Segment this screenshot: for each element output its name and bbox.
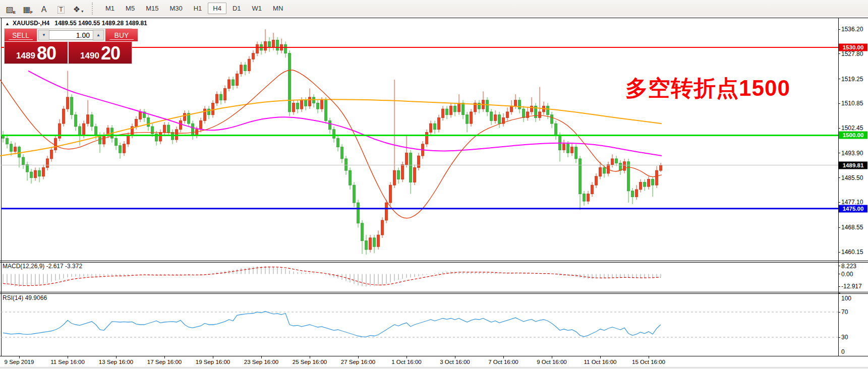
axis-tick <box>838 252 840 253</box>
time-label: 9 Sep 2019 <box>5 359 34 365</box>
price-axis-label: 1502.45 <box>841 125 863 132</box>
price-axis-label: 1460.15 <box>841 249 863 256</box>
time-tick <box>649 356 649 358</box>
buy-price-box[interactable]: 1490 20 <box>69 42 132 64</box>
time-tick <box>164 356 165 358</box>
symbol-label: XAUUSD-,H4 <box>13 20 49 27</box>
axis-tick <box>838 227 840 228</box>
time-label: 19 Sep 16:00 <box>196 359 230 365</box>
time-label: 3 Oct 16:00 <box>440 359 470 365</box>
axis-tick <box>838 128 840 129</box>
collapse-arrow-icon[interactable]: ▲ <box>5 21 10 26</box>
volume-decrease-button[interactable]: ▼ <box>38 30 49 40</box>
rsi-panel[interactable] <box>1 294 838 356</box>
time-label: 7 Oct 16:00 <box>488 359 518 365</box>
time-tick <box>600 356 601 358</box>
time-tick <box>455 356 455 358</box>
price-axis-label: 1485.50 <box>841 174 863 181</box>
one-click-trade-panel: SELL ▼ ▲ BUY 1489 80 1490 20 <box>4 28 132 64</box>
time-tick <box>68 356 68 358</box>
volume-input[interactable] <box>49 30 93 40</box>
price-axis-label: 1493.90 <box>841 150 863 157</box>
macd-scale-label: -12.917 <box>841 283 862 290</box>
time-tick <box>116 356 117 358</box>
axis-tick <box>838 266 840 266</box>
time-tick <box>213 356 213 358</box>
price-badge-1500-00: 1500.00 <box>839 132 867 139</box>
price-badge-1530-00: 1530.00 <box>839 44 867 51</box>
time-label: 23 Sep 16:00 <box>244 359 278 365</box>
time-label: 17 Sep 16:00 <box>147 359 182 365</box>
axis-tick <box>838 337 840 338</box>
price-axis[interactable] <box>839 18 868 356</box>
axis-tick <box>838 274 840 274</box>
buy-price-pips: 20 <box>101 45 120 62</box>
time-tick <box>310 356 310 358</box>
axis-tick <box>838 153 840 153</box>
time-tick <box>552 356 552 358</box>
price-axis-label: 1510.85 <box>841 100 863 107</box>
axis-tick <box>838 29 840 30</box>
price-badge-1489-81: 1489.81 <box>839 161 867 169</box>
axis-tick <box>838 53 840 54</box>
sell-price-pips: 80 <box>37 45 56 62</box>
ohlc-quote-label: 1489.55 1490.55 1489.28 1489.81 <box>54 20 147 27</box>
time-label: 15 Oct 16:00 <box>632 359 665 365</box>
chart-annotation-text: 多空转折点1500 <box>625 74 790 103</box>
rsi-scale-label: 0 <box>841 348 845 355</box>
price-axis-label: 1536.20 <box>841 26 863 33</box>
macd-scale-label: 8.223 <box>841 263 856 270</box>
rsi-scale-label: 70 <box>841 309 848 316</box>
sell-price-main: 1489 <box>16 50 35 62</box>
rsi-scale-label: 100 <box>841 295 851 302</box>
axis-tick <box>838 356 840 356</box>
axis-tick <box>838 103 840 104</box>
macd-scale-label: 0.00 <box>841 271 853 278</box>
rsi-scale-label: 30 <box>841 334 848 341</box>
volume-increase-button[interactable]: ▲ <box>93 30 104 40</box>
time-label: 1 Oct 16:00 <box>391 359 421 365</box>
macd-label: MACD(12,26,9) -2.617 -3.372 <box>3 263 82 270</box>
time-tick <box>358 356 359 358</box>
price-axis-label: 1527.80 <box>841 50 863 57</box>
time-label: 13 Sep 16:00 <box>99 359 133 365</box>
time-label: 11 Sep 16:00 <box>50 359 85 365</box>
axis-tick <box>838 202 840 203</box>
time-label: 25 Sep 16:00 <box>293 359 327 365</box>
sell-price-box[interactable]: 1489 80 <box>5 42 68 64</box>
time-label: 27 Sep 16:00 <box>341 359 375 365</box>
buy-button[interactable]: BUY <box>105 29 138 41</box>
axis-tick <box>838 293 840 293</box>
axis-tick <box>838 177 840 178</box>
time-label: 9 Oct 16:00 <box>537 359 566 365</box>
price-badge-1475-00: 1475.00 <box>839 205 867 212</box>
time-tick <box>19 356 20 358</box>
time-label: 11 Oct 16:00 <box>584 359 617 365</box>
chart-header: ▲XAUUSD-,H41489.55 1490.55 1489.28 1489.… <box>5 20 147 27</box>
price-axis-label: 1468.55 <box>841 224 863 231</box>
time-tick <box>503 356 504 358</box>
buy-price-main: 1490 <box>80 50 99 62</box>
price-axis-label: 1519.25 <box>841 76 863 83</box>
axis-tick <box>838 286 840 287</box>
sell-button[interactable]: SELL <box>5 29 37 41</box>
axis-tick <box>838 312 840 313</box>
time-tick <box>407 356 407 358</box>
axis-tick <box>838 79 840 79</box>
time-tick <box>261 356 262 358</box>
macd-panel[interactable] <box>1 263 838 292</box>
rsi-label: RSI(14) 49.9066 <box>3 294 47 301</box>
volume-stepper: ▼ ▲ <box>37 29 105 41</box>
